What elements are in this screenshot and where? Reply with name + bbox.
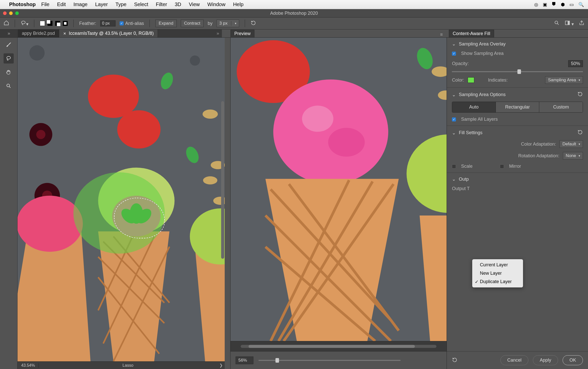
close-tab-icon[interactable]: ✕: [63, 32, 66, 36]
rotation-adaptation-dropdown[interactable]: None▾: [563, 152, 583, 160]
menu-window[interactable]: Window: [207, 2, 225, 7]
mirror-checkbox[interactable]: [500, 164, 504, 168]
lasso-tool[interactable]: [4, 53, 14, 64]
behance-icon[interactable]: ▣: [543, 2, 547, 7]
indicates-label: Indicates:: [488, 78, 508, 83]
indicates-dropdown[interactable]: Sampling Area▾: [545, 76, 583, 84]
home-icon[interactable]: [4, 20, 9, 27]
svg-point-22: [18, 196, 83, 252]
selection-add-icon[interactable]: [47, 21, 53, 26]
search-icon[interactable]: [554, 20, 560, 27]
lasso-tool-icon[interactable]: ▾: [21, 20, 28, 27]
caf-panel-tab[interactable]: Content-Aware Fill: [449, 30, 494, 37]
popup-item-duplicate-layer[interactable]: Duplicate Layer: [472, 278, 523, 286]
popup-item-new-layer[interactable]: New Layer: [472, 269, 523, 278]
document-tab-1[interactable]: appy Bride2.psd: [18, 29, 59, 37]
menu-select[interactable]: Select: [134, 2, 148, 7]
menu-view[interactable]: View: [189, 2, 200, 7]
chevron-down-icon[interactable]: ⌄: [452, 92, 456, 98]
fullscreen-window-button[interactable]: [15, 11, 19, 15]
sampling-mode-rectangular[interactable]: Rectangular: [496, 102, 540, 112]
zoom-tool[interactable]: [4, 81, 14, 91]
overlay-color-swatch[interactable]: [468, 77, 474, 83]
chevron-down-icon[interactable]: ⌄: [452, 41, 456, 47]
share-icon[interactable]: [579, 20, 584, 27]
svg-rect-3: [568, 21, 569, 25]
mirror-label: Mirror: [509, 164, 521, 169]
scale-checkbox[interactable]: [452, 164, 456, 168]
menu-image[interactable]: Image: [73, 2, 88, 7]
sampling-mode-custom[interactable]: Custom: [539, 102, 583, 112]
chevron-down-icon[interactable]: ⌄: [452, 130, 456, 136]
cube-icon[interactable]: ⬢: [561, 2, 565, 7]
contract-button[interactable]: Contract: [181, 20, 204, 27]
section-sampling-options-title: Sampling Area Options: [459, 92, 505, 97]
svg-point-34: [273, 80, 388, 184]
menu-type[interactable]: Type: [116, 2, 126, 7]
content-aware-fill-panel: ⌄Sampling Area Overlay ✓Show Sampling Ar…: [447, 38, 588, 369]
reset-sampling-options-icon[interactable]: [577, 91, 583, 98]
canvas-zoom-readout[interactable]: 43.54%: [18, 363, 39, 368]
antialias-checkbox[interactable]: ✓: [120, 21, 124, 25]
hand-tool[interactable]: [4, 67, 14, 77]
menu-help[interactable]: Help: [233, 2, 243, 7]
feather-input[interactable]: [100, 20, 116, 26]
preview-panel-tab[interactable]: Preview: [231, 30, 254, 37]
reset-icon[interactable]: [251, 20, 256, 27]
svg-point-1: [555, 21, 558, 24]
preview-panel-menu-icon[interactable]: ≡: [440, 32, 443, 37]
ok-button[interactable]: OK: [563, 355, 583, 365]
scale-label: Scale: [461, 164, 472, 169]
selection-subtract-icon[interactable]: [55, 21, 60, 26]
shield-icon[interactable]: ⛊: [552, 2, 556, 7]
document-canvas[interactable]: [18, 38, 225, 361]
menu-3d[interactable]: 3D: [175, 2, 181, 7]
minimize-window-button[interactable]: [9, 11, 13, 15]
spotlight-icon[interactable]: 🔍: [578, 2, 584, 7]
cancel-button[interactable]: Cancel: [500, 355, 528, 365]
sampling-mode-auto[interactable]: Auto: [452, 102, 496, 112]
sample-all-layers-checkbox[interactable]: ✓: [452, 117, 456, 121]
menu-layer[interactable]: Layer: [95, 2, 108, 7]
apply-button[interactable]: Apply: [533, 355, 558, 365]
cc-icon[interactable]: ◎: [534, 2, 538, 7]
status-expand-icon[interactable]: ❯: [217, 363, 225, 368]
preview-canvas[interactable]: [231, 38, 447, 341]
app-name[interactable]: Photoshop: [9, 2, 36, 7]
display-icon[interactable]: ▭: [569, 2, 574, 7]
preview-zoom-input[interactable]: [236, 357, 253, 364]
opacity-label: Opacity:: [452, 61, 472, 66]
color-adaptation-dropdown[interactable]: Default▾: [560, 140, 583, 148]
svg-point-36: [328, 128, 365, 157]
preview-zoom-slider[interactable]: [258, 360, 401, 361]
collapse-toolbox-icon[interactable]: »: [0, 29, 18, 37]
preview-horizontal-scrollbar[interactable]: [241, 345, 436, 348]
menu-filter[interactable]: Filter: [156, 2, 167, 7]
svg-point-10: [88, 74, 139, 118]
selection-intersect-icon[interactable]: [63, 21, 68, 26]
feather-label: Feather:: [79, 21, 96, 26]
workspace-switcher-icon[interactable]: ▾: [565, 20, 574, 27]
chevron-down-icon[interactable]: ⌄: [452, 176, 456, 182]
opacity-value[interactable]: 50%: [568, 60, 583, 67]
reset-all-icon[interactable]: [452, 357, 458, 363]
sampling-mode-segment: Auto Rectangular Custom: [452, 102, 583, 113]
expand-button[interactable]: Expand: [155, 20, 177, 27]
show-sampling-checkbox[interactable]: ✓: [452, 52, 456, 56]
opacity-slider[interactable]: [517, 69, 521, 74]
popup-item-current-layer[interactable]: Current Layer: [472, 261, 523, 269]
reset-fill-settings-icon[interactable]: [577, 129, 583, 136]
selection-new-icon[interactable]: [40, 21, 45, 26]
antialias-label: Anti-alias: [125, 21, 144, 26]
brush-tool[interactable]: [4, 40, 14, 50]
svg-point-4: [7, 56, 11, 59]
canvas-vertical-scrollbar[interactable]: [221, 101, 224, 259]
menu-edit[interactable]: Edit: [57, 2, 66, 7]
menu-file[interactable]: File: [41, 2, 49, 7]
document-tab-2[interactable]: ✕IcceamIsTasty @ 43.5% (Layer 0, RGB/8): [59, 29, 158, 37]
svg-point-7: [29, 45, 45, 60]
close-window-button[interactable]: [3, 11, 7, 15]
tab-overflow-icon[interactable]: »: [214, 29, 222, 37]
sample-all-layers-label: Sample All Layers: [461, 117, 498, 122]
by-amount-dropdown[interactable]: 3 px▾: [217, 20, 239, 27]
